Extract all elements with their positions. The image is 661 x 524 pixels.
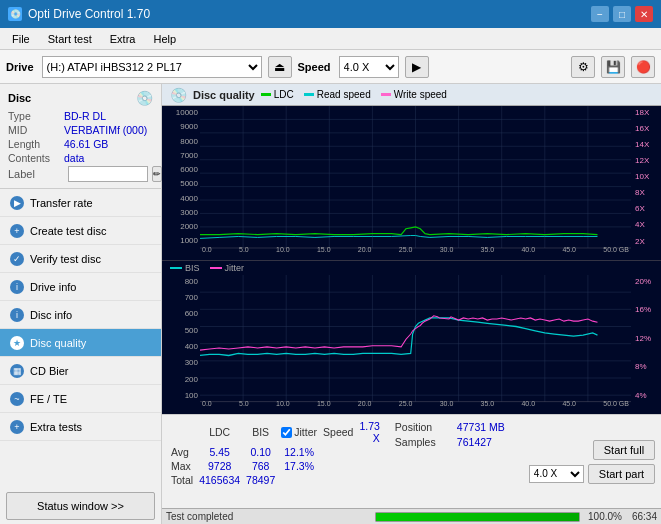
bis-legend: BIS [170,263,200,273]
max-bis: 768 [243,459,278,473]
menu-extra[interactable]: Extra [102,31,144,47]
disc-type-row: Type BD-R DL [8,110,153,122]
progress-time: 66:34 [632,511,657,522]
disc-header: Disc 💿 [8,90,153,106]
title-bar-left: 💿 Opti Drive Control 1.70 [8,7,150,21]
status-window-button[interactable]: Status window >> [6,492,155,520]
sidebar-item-disc-quality[interactable]: ★ Disc quality [0,329,161,357]
stats-table: LDC BIS Jitter Speed 1.73 X [168,419,383,487]
bottom-chart-svg [200,275,631,415]
sidebar-item-fe-te[interactable]: ~ FE / TE [0,385,161,413]
y-label-5000: 5000 [164,179,198,188]
col-header-blank [168,419,196,445]
chart-title: Disc quality [193,89,255,101]
disc-label-input[interactable] [68,166,148,182]
extra-tests-icon: + [10,420,24,434]
cd-bier-icon: ▦ [10,364,24,378]
bx-label-35: 35.0 [481,400,495,414]
menu-start-test[interactable]: Start test [40,31,100,47]
y-label-1000: 1000 [164,236,198,245]
window-controls: − □ ✕ [591,6,653,22]
max-jitter: 17.3% [278,459,320,473]
position-row: Position 47731 MB [395,421,517,433]
minimize-button[interactable]: − [591,6,609,22]
disc-contents-label: Contents [8,152,64,164]
jitter-col-label: Jitter [294,426,317,438]
eject-button[interactable]: ⏏ [268,56,292,78]
speed-arrow-button[interactable]: ▶ [405,56,429,78]
sidebar-item-create-test-disc-label: Create test disc [30,225,106,237]
progress-bar-area: Test completed 100.0% 66:34 [162,508,661,524]
bottom-chart-y-axis-right: 20% 16% 12% 8% 4% [631,275,661,415]
legend-ldc: LDC [261,89,294,100]
by-500: 500 [164,326,198,335]
drive-select[interactable]: (H:) ATAPI iHBS312 2 PL17 [42,56,262,78]
stats-row-max: Max 9728 768 17.3% [168,459,383,473]
position-label: Position [395,421,453,433]
disc-type-value: BD-R DL [64,110,106,122]
close-button[interactable]: ✕ [635,6,653,22]
disc-mid-value: VERBATIMf (000) [64,124,147,136]
sidebar-item-disc-info[interactable]: i Disc info [0,301,161,329]
menu-bar: File Start test Extra Help [0,28,661,50]
total-jitter-empty [278,473,320,487]
menu-file[interactable]: File [4,31,38,47]
y-label-6000: 6000 [164,165,198,174]
progress-bar-fill [376,513,579,521]
sidebar-item-transfer-rate-label: Transfer rate [30,197,93,209]
position-value: 47731 MB [457,421,505,433]
label-edit-button[interactable]: ✏ [152,166,162,182]
y-right-10x: 10X [635,172,659,181]
y-right-12x: 12X [635,156,659,165]
x-label-15: 15.0 [317,246,331,260]
start-part-button[interactable]: Start part [588,464,655,484]
sidebar-item-extra-tests[interactable]: + Extra tests [0,413,161,441]
info-button[interactable]: 🔴 [631,56,655,78]
x-label-10: 10.0 [276,246,290,260]
drive-info-icon: i [10,280,24,294]
bx-label-15: 15.0 [317,400,331,414]
speed-value-header: 1.73 X [356,419,382,445]
bx-label-5: 5.0 [239,400,249,414]
menu-help[interactable]: Help [145,31,184,47]
speed-select[interactable]: 4.0 X 2.0 X 6.0 X 8.0 X [339,56,399,78]
bottom-chart-x-axis: 0.0 5.0 10.0 15.0 20.0 25.0 30.0 35.0 40… [200,400,631,414]
x-label-35: 35.0 [481,246,495,260]
bx-label-40: 40.0 [521,400,535,414]
top-chart-y-axis-right: 18X 16X 14X 12X 10X 8X 6X 4X 2X [631,106,661,260]
disc-length-value: 46.61 GB [64,138,108,150]
by-700: 700 [164,293,198,302]
x-label-40: 40.0 [521,246,535,260]
samples-row: Samples 761427 [395,436,517,448]
by-100: 100 [164,391,198,400]
bx-label-45: 45.0 [562,400,576,414]
sidebar-nav: ▶ Transfer rate + Create test disc ✓ Ver… [0,189,161,488]
jitter-checkbox[interactable] [281,427,292,438]
sidebar-item-drive-info[interactable]: i Drive info [0,273,161,301]
maximize-button[interactable]: □ [613,6,631,22]
start-full-button[interactable]: Start full [593,440,655,460]
stats-speed-select[interactable]: 4.0 X 2.0 X 6.0 X [529,465,584,483]
save-button[interactable]: 💾 [601,56,625,78]
avg-ldc: 5.45 [196,445,243,459]
top-chart-wrapper: 10000 9000 8000 7000 6000 5000 4000 3000… [162,106,661,260]
sidebar-item-verify-test-disc[interactable]: ✓ Verify test disc [0,245,161,273]
verify-test-disc-icon: ✓ [10,252,24,266]
top-chart-main: 0.0 5.0 10.0 15.0 20.0 25.0 30.0 35.0 40… [200,106,631,260]
y-label-8000: 8000 [164,137,198,146]
jitter-legend: Jitter [210,263,245,273]
total-bis: 78497 [243,473,278,487]
status-text: Test completed [166,511,369,522]
disc-length-label: Length [8,138,64,150]
y-right-14x: 14X [635,140,659,149]
settings-button[interactable]: ⚙ [571,56,595,78]
disc-mid-row: MID VERBATIMf (000) [8,124,153,136]
sidebar-item-cd-bier[interactable]: ▦ CD Bier [0,357,161,385]
by-right-4p: 4% [635,391,659,400]
main-layout: Disc 💿 Type BD-R DL MID VERBATIMf (000) … [0,84,661,524]
sidebar-item-create-test-disc[interactable]: + Create test disc [0,217,161,245]
progress-bar-track [375,512,580,522]
sidebar-item-transfer-rate[interactable]: ▶ Transfer rate [0,189,161,217]
bx-label-20: 20.0 [358,400,372,414]
bottom-legend: BIS Jitter [162,261,661,275]
